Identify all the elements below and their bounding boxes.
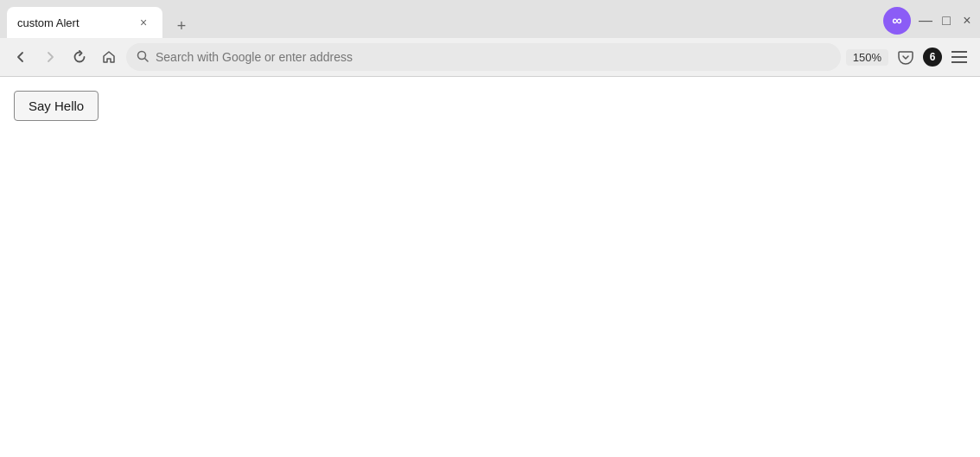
home-button[interactable] [97,45,121,69]
tab-close-button[interactable]: × [135,14,152,31]
tab-title: custom Alert [17,16,130,29]
search-icon [137,50,149,65]
browser-chrome: custom Alert × + ∞ — □ × [0,0,980,77]
active-tab[interactable]: custom Alert × [7,7,162,38]
forward-button[interactable] [38,45,62,69]
page-content: Say Hello [0,77,980,457]
address-input[interactable] [156,50,830,64]
nav-bar: 150% 6 [0,38,980,76]
refresh-button[interactable] [67,45,92,69]
tab-row: custom Alert × + ∞ — □ × [0,0,980,38]
pocket-button[interactable] [894,45,918,69]
notification-badge[interactable]: 6 [923,48,942,67]
new-tab-button[interactable]: + [169,14,194,38]
close-window-button[interactable]: × [961,15,973,27]
maximize-button[interactable]: □ [940,15,952,27]
minimize-button[interactable]: — [920,15,932,27]
browser-logo: ∞ [883,7,911,35]
menu-button[interactable] [947,45,971,69]
tab-right-area: ∞ — □ × [883,7,980,38]
svg-text:∞: ∞ [892,13,901,28]
svg-line-3 [145,58,149,61]
zoom-level: 150% [846,49,888,66]
say-hello-button[interactable]: Say Hello [14,91,99,121]
address-bar-wrapper[interactable] [126,43,841,71]
back-button[interactable] [9,45,33,69]
tab-left-area: custom Alert × + [0,7,883,38]
